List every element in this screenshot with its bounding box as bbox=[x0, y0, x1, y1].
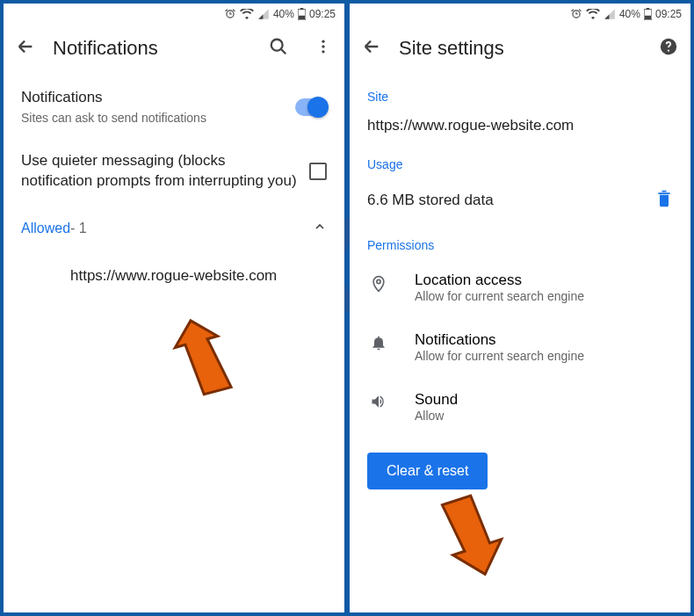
alarm-icon bbox=[224, 8, 236, 20]
stored-data-text: 6.6 MB stored data bbox=[367, 192, 655, 209]
permission-location-sub: Allow for current search engine bbox=[415, 289, 584, 303]
permission-location-title: Location access bbox=[415, 272, 584, 289]
site-url: https://www.rogue-website.com bbox=[367, 116, 574, 136]
notifications-toggle[interactable] bbox=[295, 98, 327, 116]
permission-sound-row[interactable]: Sound Allow bbox=[350, 377, 690, 437]
sound-icon bbox=[367, 391, 390, 410]
quieter-messaging-label: Use quieter messaging (blocks notificati… bbox=[21, 151, 309, 192]
app-bar: Notifications bbox=[4, 25, 344, 72]
left-screenshot: 40% 09:25 Notifications Notifications Si… bbox=[4, 4, 344, 612]
svg-rect-2 bbox=[299, 16, 305, 19]
allowed-section-toggle[interactable]: Allowed - 1 bbox=[4, 204, 344, 253]
battery-icon bbox=[298, 8, 306, 20]
signal-icon bbox=[257, 9, 270, 19]
stored-data-row[interactable]: 6.6 MB stored data bbox=[350, 177, 690, 224]
site-url-row: https://www.rogue-website.com bbox=[350, 109, 690, 143]
quieter-messaging-checkbox[interactable] bbox=[309, 163, 327, 180]
page-title: Notifications bbox=[53, 37, 255, 60]
svg-point-5 bbox=[322, 45, 324, 47]
svg-rect-9 bbox=[645, 16, 651, 19]
clock-time: 09:25 bbox=[655, 8, 682, 20]
allowed-label: Allowed bbox=[21, 221, 70, 236]
svg-point-11 bbox=[668, 49, 669, 51]
signal-icon bbox=[604, 9, 616, 19]
help-icon[interactable] bbox=[659, 37, 678, 60]
battery-icon bbox=[644, 8, 652, 20]
svg-point-3 bbox=[271, 40, 283, 51]
status-bar: 40% 09:25 bbox=[350, 4, 690, 25]
site-section-label: Site bbox=[350, 76, 690, 109]
permission-notifications-title: Notifications bbox=[415, 331, 584, 349]
wifi-icon bbox=[240, 9, 254, 19]
location-icon bbox=[367, 272, 390, 294]
permissions-section-label: Permissions bbox=[350, 224, 690, 257]
delete-icon[interactable] bbox=[655, 189, 673, 212]
wifi-icon bbox=[586, 9, 600, 19]
svg-point-6 bbox=[322, 50, 324, 53]
notifications-sub: Sites can ask to send notifications bbox=[21, 110, 295, 127]
svg-point-4 bbox=[322, 40, 324, 43]
app-bar: Site settings bbox=[350, 25, 690, 72]
quieter-messaging-row[interactable]: Use quieter messaging (blocks notificati… bbox=[4, 139, 344, 204]
permission-location-row[interactable]: Location access Allow for current search… bbox=[350, 257, 690, 317]
guide-arrow-1 bbox=[170, 315, 241, 403]
search-icon[interactable] bbox=[269, 37, 288, 60]
right-screenshot: 40% 09:25 Site settings Site https://www… bbox=[350, 4, 690, 612]
permission-notifications-sub: Allow for current search engine bbox=[415, 349, 584, 363]
permission-sound-title: Sound bbox=[415, 391, 458, 409]
back-icon[interactable] bbox=[362, 37, 381, 60]
clock-time: 09:25 bbox=[309, 8, 336, 20]
permission-notifications-row[interactable]: Notifications Allow for current search e… bbox=[350, 317, 690, 377]
back-icon[interactable] bbox=[16, 37, 35, 60]
svg-point-12 bbox=[377, 279, 380, 283]
allowed-site-item[interactable]: https://www.rogue-website.com bbox=[4, 253, 344, 299]
usage-section-label: Usage bbox=[350, 143, 690, 177]
page-title: Site settings bbox=[399, 37, 645, 60]
clear-reset-button[interactable]: Clear & reset bbox=[367, 453, 488, 489]
battery-percent: 40% bbox=[273, 8, 294, 20]
bell-icon bbox=[367, 331, 390, 352]
allowed-count: - 1 bbox=[70, 221, 87, 236]
status-bar: 40% 09:25 bbox=[4, 4, 344, 25]
more-icon[interactable] bbox=[314, 38, 332, 59]
chevron-up-icon bbox=[313, 220, 327, 237]
notifications-toggle-row[interactable]: Notifications Sites can ask to send noti… bbox=[4, 76, 344, 139]
alarm-icon bbox=[570, 8, 582, 20]
permission-sound-sub: Allow bbox=[415, 409, 458, 423]
battery-percent: 40% bbox=[619, 8, 640, 20]
notifications-label: Notifications bbox=[21, 88, 295, 108]
